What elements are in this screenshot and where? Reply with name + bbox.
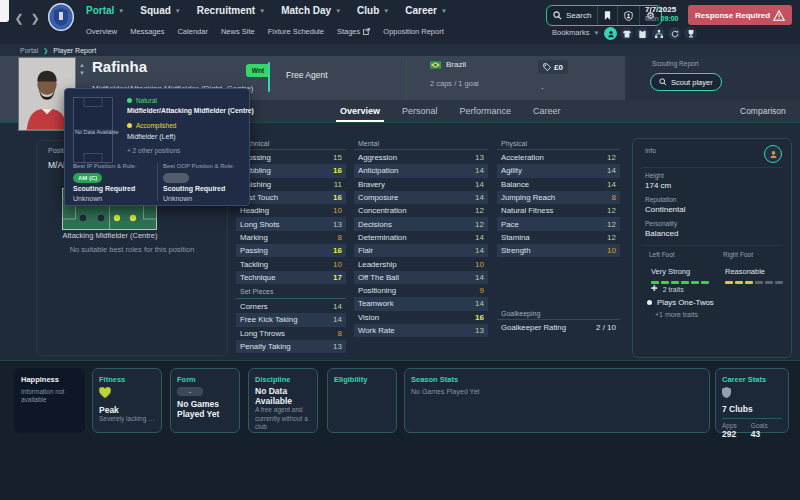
bookmarks-dropdown[interactable]: Bookmarks ▼ [552,28,599,37]
discipline-card[interactable]: Discipline No Data Available A free agen… [248,368,318,433]
career-stats-card[interactable]: Career Stats 7 Clubs Apps 292 Goals 43 [715,368,789,433]
fitness-note: Severely lacking in ... [99,415,155,423]
trophy-icon[interactable] [684,27,697,40]
prev-player-icon[interactable]: ▲ [79,62,85,68]
physical-attributes-list: Acceleration 12 Agility 14 Balance 14 Ju… [497,151,620,257]
attribute-value: 14 [333,315,342,324]
season-stats-card[interactable]: Season Stats No Games Played Yet [404,368,710,433]
shirt-icon[interactable] [620,27,633,40]
attribute-row[interactable]: Corners 14 [236,300,346,313]
attribute-row[interactable]: Free Kick Taking 14 [236,313,346,326]
submenu-opposition-report[interactable]: Opposition Report [383,27,443,36]
happiness-card[interactable]: Happiness Information not available [14,368,85,433]
attribute-row[interactable]: Concentration 12 [354,204,488,217]
attribute-row[interactable]: Positioning 9 [354,284,488,297]
attribute-label: Pace [501,220,519,229]
tab-performance[interactable]: Performance [460,100,512,122]
attribute-row[interactable]: Leadership 10 [354,257,488,270]
attribute-label: Acceleration [501,153,544,162]
submenu-overview[interactable]: Overview [86,27,117,36]
attribute-row[interactable]: Determination 14 [354,231,488,244]
attribute-row[interactable]: Composure 14 [354,191,488,204]
natural-positions: Midfielder/Attacking Midfielder (Centre) [127,107,254,114]
attribute-value: 14 [475,246,484,255]
attribute-row[interactable]: Long Shots 13 [236,217,346,230]
attribute-row[interactable]: Passing 16 [236,244,346,257]
fitness-card[interactable]: Fitness Peak Severely lacking in ... [92,368,162,433]
menu-club[interactable]: Club▼ [357,5,389,16]
tab-overview[interactable]: Overview [340,100,380,122]
club-crest[interactable] [48,3,74,35]
attribute-row[interactable]: Crossing 15 [236,151,346,164]
attribute-row[interactable]: Teamwork 14 [354,297,488,310]
attribute-row[interactable]: Vision 16 [354,311,488,324]
attribute-row[interactable]: Long Throws 8 [236,327,346,340]
next-player-icon[interactable]: ▼ [79,70,85,76]
goals-value: 43 [751,429,768,439]
attribute-row[interactable]: Marking 8 [236,231,346,244]
menu-match-day[interactable]: Match Day▼ [281,5,341,16]
attribute-row[interactable]: Acceleration 12 [497,151,620,164]
comparison-button[interactable]: Comparison [740,100,786,122]
submenu-stages[interactable]: Stages [337,27,370,36]
tab-career[interactable]: Career [533,100,561,122]
attribute-row[interactable]: Goalkeeper Rating 2 / 10 [497,321,620,334]
attribute-row[interactable]: Natural Fitness 12 [497,204,620,217]
menu-career[interactable]: Career▼ [405,5,447,16]
attribute-row[interactable]: Flair 14 [354,244,488,257]
menu-portal[interactable]: Portal▼ [86,5,124,16]
nav-forward-icon[interactable]: ❯ [28,10,42,26]
attribute-label: Balance [501,180,529,189]
submenu-messages[interactable]: Messages [130,27,164,36]
attribute-value: 8 [338,233,342,242]
attribute-row[interactable]: Aggression 13 [354,151,488,164]
bullet-icon [647,300,652,305]
eligibility-card[interactable]: Eligibility [327,368,397,433]
search-button[interactable]: Search [547,6,598,25]
attribute-row[interactable]: Decisions 12 [354,217,488,230]
breadcrumb-root[interactable]: Portal [20,47,38,54]
game-date[interactable]: 7/7/2025 Mon 09:00 [645,5,678,23]
profile-button[interactable] [764,145,782,163]
submenu-fixture-schedule[interactable]: Fixture Schedule [268,27,324,36]
attribute-value: 17 [333,273,342,282]
scout-player-button[interactable]: Scout player [650,73,722,91]
nav-back-icon[interactable]: ❮ [12,10,26,26]
contract-status: Free Agent [286,70,328,80]
transfer-value: £0 [538,60,568,74]
response-required-button[interactable]: Response Required [688,5,792,25]
coach-icon[interactable] [604,27,617,40]
attribute-row[interactable]: Finishing 11 [236,178,346,191]
submenu-news-site[interactable]: News Site [221,27,255,36]
sync-icon[interactable] [668,27,681,40]
bookmark-button[interactable] [598,6,618,25]
attribute-row[interactable]: Anticipation 14 [354,164,488,177]
more-traits[interactable]: +1 more traits [655,311,698,318]
player-name: Rafinha [92,58,147,75]
attribute-row[interactable]: Penalty Taking 13 [236,340,346,353]
form-card[interactable]: Form - No Games Played Yet [170,368,240,433]
attribute-row[interactable]: Agility 14 [497,164,620,177]
attribute-row[interactable]: Bravery 14 [354,178,488,191]
attribute-value: 13 [333,220,342,229]
attribute-row[interactable]: Heading 10 [236,204,346,217]
attribute-row[interactable]: Stamina 12 [497,231,620,244]
shield-button[interactable] [618,6,640,25]
tab-personal[interactable]: Personal [402,100,438,122]
attribute-row[interactable]: Pace 12 [497,217,620,230]
menu-squad[interactable]: Squad▼ [140,5,181,16]
attribute-row[interactable]: Tackling 10 [236,257,346,270]
attribute-row[interactable]: Technique 17 [236,271,346,284]
attribute-value: 10 [333,206,342,215]
submenu-calendar[interactable]: Calendar [177,27,207,36]
attribute-row[interactable]: First Touch 16 [236,191,346,204]
attribute-row[interactable]: Jumping Reach 8 [497,191,620,204]
attribute-row[interactable]: Off The Ball 14 [354,271,488,284]
attribute-row[interactable]: Balance 14 [497,178,620,191]
menu-recruitment[interactable]: Recruitment▼ [197,5,265,16]
attribute-row[interactable]: Strength 10 [497,244,620,257]
attribute-row[interactable]: Work Rate 13 [354,324,488,337]
attribute-row[interactable]: Dribbling 16 [236,164,346,177]
org-chart-icon[interactable] [652,27,665,40]
clipboard-icon[interactable] [636,27,649,40]
